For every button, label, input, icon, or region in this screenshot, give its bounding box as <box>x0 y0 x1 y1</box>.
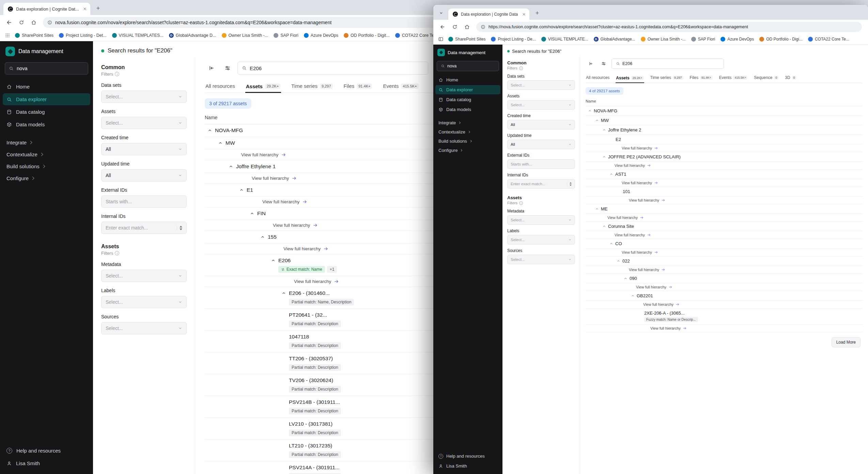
bookmark[interactable]: Project Listing - Det... <box>57 32 109 39</box>
filter-control[interactable]: All <box>101 169 187 181</box>
sidebar-item-data-models[interactable]: Data models <box>435 105 500 114</box>
asset-node-row[interactable]: NOVA-MFG <box>586 106 863 116</box>
collapse-caret-icon[interactable] <box>617 259 620 263</box>
resource-tab[interactable]: All resources <box>586 73 610 83</box>
collapse-caret-icon[interactable] <box>281 291 286 296</box>
asset-node-row[interactable]: E2 <box>586 135 863 144</box>
collapse-caret-icon[interactable] <box>609 172 613 176</box>
load-more-button[interactable]: Load More <box>832 337 861 347</box>
resource-tab[interactable]: Files 91.4K+ <box>689 73 713 83</box>
collapse-caret-icon[interactable] <box>602 128 606 132</box>
info-icon[interactable] <box>115 251 119 255</box>
sidebar-item-data-explorer[interactable]: Data explorer <box>3 93 90 105</box>
view-full-hierarchy-link[interactable]: View full hierarchy <box>586 231 863 239</box>
asset-node-row[interactable]: MW <box>586 116 863 125</box>
new-tab-button[interactable] <box>93 3 103 13</box>
view-full-hierarchy-link[interactable]: View full hierarchy <box>586 283 863 291</box>
bookmark[interactable]: D GlobalAdvantage... <box>591 35 638 43</box>
collapse-caret-icon[interactable] <box>271 258 276 263</box>
filter-control[interactable]: Select... <box>507 255 575 264</box>
view-full-hierarchy-link[interactable]: View full hierarchy <box>586 179 863 187</box>
browser-tab[interactable]: Data exploration | Cognite Dat... <box>3 3 90 15</box>
collapse-caret-icon[interactable] <box>602 224 606 228</box>
new-tab-button[interactable] <box>532 8 542 18</box>
browser-tab[interactable]: Data exploration | Cognite Data F... <box>448 9 529 20</box>
home-button[interactable] <box>461 21 473 33</box>
filter-settings-button[interactable] <box>221 62 234 75</box>
collapse-caret-icon[interactable] <box>239 188 244 192</box>
asset-node-row[interactable]: Corunna Site <box>586 222 863 231</box>
user-menu-button[interactable]: Lisa Smith <box>3 457 90 469</box>
sidebar-item-data-catalog[interactable]: Data catalog <box>435 95 500 104</box>
number-stepper-icon[interactable] <box>177 226 182 230</box>
site-info-icon[interactable] <box>47 20 52 25</box>
sidebar-section-link[interactable]: Contextualize <box>435 127 500 137</box>
resource-tab[interactable]: Time series 9,297 <box>650 73 684 83</box>
filter-control[interactable]: All <box>507 140 575 149</box>
sidebar-item-data-models[interactable]: Data models <box>3 118 90 130</box>
asset-node-row[interactable]: 101 <box>586 187 863 196</box>
asset-node-row[interactable]: CO <box>586 239 863 249</box>
collapse-filters-button[interactable] <box>586 59 596 69</box>
collapse-caret-icon[interactable] <box>250 211 254 216</box>
bookmark[interactable]: Azure DevOps <box>718 35 756 43</box>
address-bar[interactable]: https://nova.fusion.cognite.com/nova/exp… <box>476 22 862 32</box>
collapse-caret-icon[interactable] <box>218 141 223 145</box>
asset-node-row[interactable]: JOFFRE PE2 (ADVANCED SCLAIR) <box>586 152 863 162</box>
number-stepper-icon[interactable] <box>567 182 572 186</box>
filter-control[interactable]: Select... <box>101 117 187 129</box>
side-panel-icon[interactable] <box>436 35 445 44</box>
bookmark[interactable]: SharePoint Sites <box>13 32 56 39</box>
view-full-hierarchy-link[interactable]: View full hierarchy <box>586 162 863 170</box>
filter-control[interactable]: Starts with... <box>101 195 187 208</box>
resource-tab[interactable]: All resources <box>205 80 236 93</box>
back-button[interactable] <box>3 17 15 28</box>
filter-control[interactable]: Select... <box>101 91 187 103</box>
reload-button[interactable] <box>16 17 27 28</box>
results-search-input[interactable]: E206 <box>611 59 724 69</box>
resource-tab[interactable]: Files 91.4K+ <box>343 80 373 93</box>
asset-node-row[interactable]: 090 <box>586 274 863 283</box>
view-full-hierarchy-link[interactable]: View full hierarchy <box>586 266 863 274</box>
bookmark[interactable]: Owner Lisa Smith -... <box>638 35 688 43</box>
home-button[interactable] <box>28 17 40 28</box>
tab-strip-chevron-button[interactable] <box>437 9 446 17</box>
sidebar-section-link[interactable]: Configure <box>435 146 500 155</box>
sidebar-search-input[interactable]: nova <box>437 61 499 71</box>
filter-control[interactable]: Select... <box>101 296 187 308</box>
info-icon[interactable] <box>519 201 523 205</box>
column-header-name[interactable]: Name <box>586 99 863 106</box>
bookmark[interactable]: SharePoint Sites <box>446 35 488 43</box>
collapse-caret-icon[interactable] <box>609 242 613 246</box>
asset-node-row[interactable]: 022 <box>586 256 863 266</box>
collapse-caret-icon[interactable] <box>602 155 606 159</box>
bookmark[interactable]: Project Listing - De... <box>489 35 538 43</box>
sidebar-item-data-catalog[interactable]: Data catalog <box>3 106 90 118</box>
bookmark[interactable]: Azure DevOps <box>301 32 341 39</box>
collapse-caret-icon[interactable] <box>631 294 635 298</box>
collapse-caret-icon[interactable] <box>229 164 233 169</box>
apps-grid-icon[interactable] <box>3 31 12 40</box>
filter-control[interactable]: Select... <box>507 100 575 110</box>
sidebar-section-link[interactable]: Integrate <box>3 137 90 148</box>
sidebar-item-home[interactable]: Home <box>3 81 90 93</box>
bookmark[interactable]: D GlobalAdvantage D... <box>167 32 219 39</box>
filter-control[interactable]: Select... <box>507 215 575 225</box>
view-full-hierarchy-link[interactable]: View full hierarchy <box>586 249 863 256</box>
collapse-filters-button[interactable] <box>205 62 218 75</box>
filter-control[interactable]: All <box>101 143 187 155</box>
filter-control[interactable]: Starts with... <box>507 159 575 169</box>
help-and-resources-button[interactable]: Help and resources <box>435 452 500 461</box>
bookmark[interactable]: SAP Fiori <box>271 32 301 39</box>
bookmark[interactable]: OD Portfolio - Digit... <box>341 32 392 39</box>
bookmark[interactable]: SAP Fiori <box>689 35 717 43</box>
back-button[interactable] <box>437 21 448 33</box>
asset-node-row[interactable]: Joffre Ethylene 2 <box>586 125 863 135</box>
user-menu-button[interactable]: Lisa Smith <box>435 461 500 471</box>
reload-button[interactable] <box>449 21 461 33</box>
tab-close-icon[interactable] <box>522 12 526 16</box>
bookmark[interactable]: Owner Lisa Smith -... <box>219 32 271 39</box>
info-icon[interactable] <box>519 66 523 70</box>
filter-control[interactable]: Select... <box>507 80 575 90</box>
site-info-icon[interactable] <box>481 25 485 29</box>
